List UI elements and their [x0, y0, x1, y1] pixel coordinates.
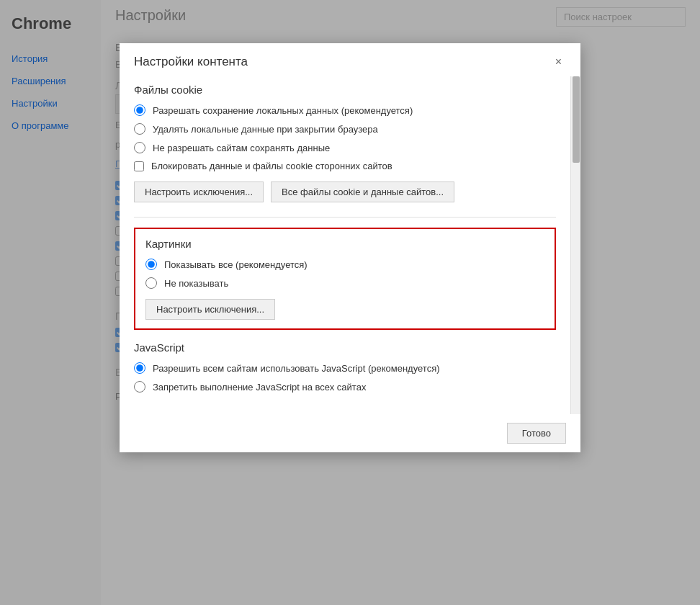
modal-dialog: Настройки контента × Файлы cookie Разреш…	[120, 43, 580, 452]
cookie-radio-2[interactable]	[134, 123, 145, 135]
js-radio-2[interactable]	[134, 381, 145, 393]
modal-header: Настройки контента ×	[120, 43, 580, 76]
js-option-1: Разрешить всем сайтам использовать JavaS…	[134, 362, 556, 374]
cookie-option-1: Разрешать сохранение локальных данных (р…	[134, 104, 556, 116]
cookie-radio-3[interactable]	[134, 142, 145, 153]
cookie-label-2: Удалять локальные данные при закрытии бр…	[153, 124, 378, 135]
js-label-1: Разрешить всем сайтам использовать JavaS…	[153, 363, 440, 374]
js-option-2: Запретить выполнение JavaScript на всех …	[134, 381, 556, 393]
modal-layout: Файлы cookie Разрешать сохранение локаль…	[120, 76, 580, 414]
image-radio-2[interactable]	[145, 277, 157, 289]
cookie-label-3: Не разрешать сайтам сохранять данные	[153, 143, 330, 153]
image-label-1: Показывать все (рекомендуется)	[164, 259, 308, 270]
js-label-2: Запретить выполнение JavaScript на всех …	[153, 382, 366, 393]
done-button[interactable]: Готово	[507, 423, 566, 444]
modal-close-button[interactable]: ×	[551, 55, 566, 69]
scroll-thumb	[573, 76, 580, 163]
modal-overlay: Настройки контента × Файлы cookie Разреш…	[0, 0, 700, 605]
image-option-1: Показывать все (рекомендуется)	[145, 259, 544, 270]
scroll-track	[571, 76, 580, 414]
cookie-button-row: Настроить исключения... Все файлы cookie…	[134, 182, 556, 202]
cookie-all-button[interactable]: Все файлы cookie и данные сайтов...	[271, 182, 454, 202]
cookies-section: Файлы cookie Разрешать сохранение локаль…	[134, 84, 556, 202]
image-button-row: Настроить исключения...	[145, 299, 544, 320]
modal-title: Настройки контента	[134, 55, 248, 69]
cookie-block-label: Блокировать данные и файлы cookie сторон…	[151, 161, 392, 171]
cookie-exceptions-button[interactable]: Настроить исключения...	[134, 182, 264, 202]
modal-body: Файлы cookie Разрешать сохранение локаль…	[120, 76, 570, 414]
js-radio-1[interactable]	[134, 362, 145, 374]
modal-scrollbar[interactable]	[570, 76, 580, 414]
image-option-2: Не показывать	[145, 277, 544, 289]
cookie-block-checkbox[interactable]	[134, 161, 144, 171]
javascript-title: JavaScript	[134, 341, 556, 354]
modal-footer: Готово	[120, 414, 580, 452]
image-exceptions-button[interactable]: Настроить исключения...	[145, 299, 275, 320]
image-radio-1[interactable]	[145, 259, 157, 270]
cookie-radio-1[interactable]	[134, 104, 145, 116]
image-label-2: Не показывать	[164, 278, 228, 289]
cookie-label-1: Разрешать сохранение локальных данных (р…	[153, 105, 413, 116]
cookie-option-2: Удалять локальные данные при закрытии бр…	[134, 123, 556, 135]
divider-1	[134, 217, 556, 218]
javascript-section: JavaScript Разрешить всем сайтам использ…	[134, 341, 556, 393]
cookies-title: Файлы cookie	[134, 84, 556, 96]
images-section: Картинки Показывать все (рекомендуется) …	[134, 228, 556, 330]
images-title: Картинки	[145, 238, 544, 250]
cookie-block-third-party: Блокировать данные и файлы cookie сторон…	[134, 161, 556, 171]
cookie-option-3: Не разрешать сайтам сохранять данные	[134, 142, 556, 153]
